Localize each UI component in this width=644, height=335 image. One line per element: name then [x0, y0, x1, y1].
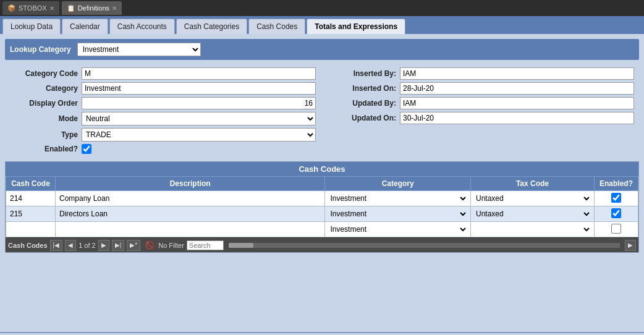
display-order-row: Display Order: [10, 97, 316, 109]
stobox-icon: 📦: [7, 4, 16, 12]
enabled-row: Enabled?: [10, 144, 316, 154]
lookup-category-row: Lookup Category Investment: [5, 39, 639, 60]
enabled-checkbox[interactable]: [82, 144, 91, 154]
cell-cat-1: Investment: [325, 191, 471, 206]
nav-first-btn[interactable]: |◀: [50, 240, 63, 251]
cell-desc-2: [56, 206, 325, 222]
inserted-by-input[interactable]: [400, 67, 634, 80]
updated-by-label: Updated By:: [328, 99, 396, 108]
nav-prev-btn[interactable]: ◀: [65, 240, 76, 251]
table-row: Investment: [6, 222, 638, 237]
select-tax-3[interactable]: [473, 223, 591, 235]
select-cat-3[interactable]: Investment: [328, 223, 468, 235]
form-area: Category Code Category Display Order Mod…: [5, 64, 639, 158]
nav-search-input[interactable]: [187, 240, 224, 250]
inserted-by-label: Inserted By:: [328, 69, 396, 78]
cell-code-3: [6, 222, 56, 237]
display-order-label: Display Order: [10, 99, 78, 108]
bottom-toolbar: ➕ Add New ✖ Delete 💾 Save ↩ Undo: [0, 332, 644, 335]
cell-code-1: [6, 191, 56, 206]
inserted-by-row: Inserted By:: [328, 67, 634, 80]
checkbox-enabled-3[interactable]: [611, 224, 621, 234]
updated-on-row: Updated On:: [328, 112, 634, 124]
tab-cash-categories[interactable]: Cash Categories: [176, 19, 247, 34]
updated-on-label: Updated On:: [328, 114, 396, 122]
nav-no-filter: No Filter: [158, 242, 184, 249]
definitions-close-icon[interactable]: ✕: [112, 5, 117, 12]
category-row: Category: [10, 82, 316, 95]
checkbox-enabled-1[interactable]: [611, 193, 621, 203]
select-cat-2[interactable]: Investment: [328, 208, 468, 220]
nav-new-btn[interactable]: ▶*: [127, 240, 140, 251]
col-category: Category: [325, 177, 471, 191]
mode-select[interactable]: Neutral Positive Negative: [82, 112, 316, 125]
nav-last-btn[interactable]: ▶|: [112, 240, 125, 251]
cell-tax-2: Untaxed: [470, 206, 594, 222]
select-tax-1[interactable]: Untaxed: [473, 192, 591, 205]
table-row: Investment Untaxed: [6, 206, 638, 222]
cell-enabled-2: [594, 206, 638, 222]
input-desc-2[interactable]: [58, 208, 322, 219]
updated-by-input[interactable]: [400, 97, 634, 109]
cell-tax-1: Untaxed: [470, 191, 594, 206]
type-select[interactable]: TRADE CASH OTHER: [82, 128, 316, 142]
input-code-3[interactable]: [9, 224, 53, 235]
inserted-on-label: Inserted On:: [328, 84, 396, 93]
cell-cat-3: Investment: [325, 222, 471, 237]
category-input[interactable]: [82, 82, 316, 95]
tab-lookup-data[interactable]: Lookup Data: [2, 19, 61, 34]
cell-cat-2: Investment: [325, 206, 471, 222]
input-code-2[interactable]: [9, 208, 53, 219]
nav-scroll-right-btn[interactable]: ▶: [625, 240, 636, 251]
nav-next-btn[interactable]: ▶: [98, 240, 109, 251]
cash-codes-section-title: Cash Codes: [6, 162, 638, 176]
cash-codes-nav-label: Cash Codes: [8, 242, 48, 249]
nav-scrollbar[interactable]: [229, 243, 620, 248]
display-order-input[interactable]: [82, 97, 316, 109]
form-left: Category Code Category Display Order Mod…: [10, 67, 316, 154]
cell-enabled-3: [594, 222, 638, 237]
definitions-icon: 📋: [67, 4, 75, 12]
app-tabs: Lookup Data Calendar Cash Accounts Cash …: [0, 16, 644, 34]
checkbox-enabled-2[interactable]: [611, 208, 621, 218]
cash-codes-table: Cash Code Description Category Tax Code …: [6, 176, 638, 237]
stobox-close-icon[interactable]: ✕: [49, 5, 54, 12]
col-description: Description: [56, 177, 325, 191]
cell-tax-3: [470, 222, 594, 237]
lookup-category-label: Lookup Category: [10, 45, 71, 54]
title-tab-stobox[interactable]: 📦 STOBOX ✕: [2, 1, 59, 15]
mode-row: Mode Neutral Positive Negative: [10, 112, 316, 125]
tab-totals-expressions[interactable]: Totals and Expressions: [307, 19, 405, 34]
tab-cash-codes[interactable]: Cash Codes: [248, 19, 305, 34]
nav-filter-icon: 🚫: [145, 241, 155, 250]
select-cat-1[interactable]: Investment: [328, 192, 468, 205]
tab-cash-accounts[interactable]: Cash Accounts: [109, 19, 175, 34]
col-tax-code: Tax Code: [470, 177, 594, 191]
category-label: Category: [10, 84, 78, 93]
enabled-label: Enabled?: [10, 145, 78, 153]
inserted-on-row: Inserted On:: [328, 82, 634, 95]
cell-desc-3: [56, 222, 325, 237]
col-cash-code: Cash Code: [6, 177, 56, 191]
title-tab-definitions[interactable]: 📋 Definitions ✕: [62, 1, 122, 15]
stobox-tab-label: STOBOX: [19, 4, 47, 12]
category-code-input[interactable]: [82, 67, 316, 80]
input-code-1[interactable]: [9, 193, 53, 204]
cash-codes-section: Cash Codes Cash Code Description Categor…: [5, 161, 639, 253]
definitions-tab-label: Definitions: [78, 4, 109, 12]
tab-calendar[interactable]: Calendar: [62, 19, 108, 34]
type-row: Type TRADE CASH OTHER: [10, 128, 316, 142]
form-right: Inserted By: Inserted On: Updated By: Up…: [328, 67, 634, 154]
mode-label: Mode: [10, 114, 78, 123]
title-bar: 📦 STOBOX ✕ 📋 Definitions ✕: [0, 0, 644, 16]
input-desc-3[interactable]: [58, 224, 322, 235]
input-desc-1[interactable]: [58, 193, 322, 204]
lookup-category-select[interactable]: Investment: [77, 43, 201, 56]
inserted-on-input[interactable]: [400, 82, 634, 95]
select-tax-2[interactable]: Untaxed: [473, 208, 591, 220]
nav-scrollbar-thumb: [229, 243, 253, 248]
updated-on-input[interactable]: [400, 112, 634, 124]
updated-by-row: Updated By:: [328, 97, 634, 109]
main-content: Lookup Category Investment Category Code…: [0, 34, 644, 332]
table-row: Investment Untaxed: [6, 191, 638, 206]
